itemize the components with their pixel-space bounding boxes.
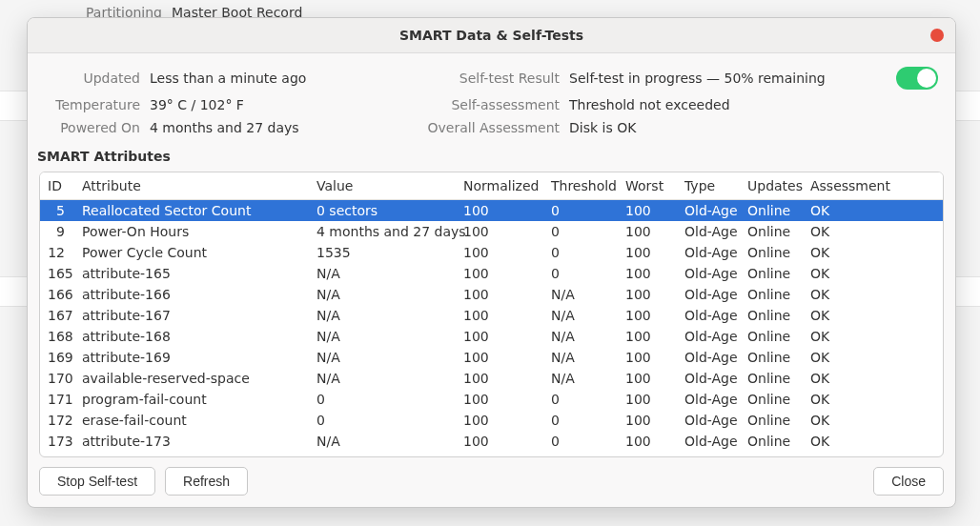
col-value[interactable]: Value — [309, 172, 456, 200]
cell-type: Old-Age — [677, 389, 740, 410]
refresh-button[interactable]: Refresh — [165, 467, 248, 496]
cell-attribute: attribute-173 — [74, 431, 309, 452]
self-assessment-value: Threshold not exceeded — [569, 97, 862, 112]
cell-attribute: attribute-169 — [74, 347, 309, 368]
cell-worst: 100 — [618, 221, 677, 242]
table-row[interactable]: 172erase-fail-count01000100Old-AgeOnline… — [40, 410, 943, 431]
cell-updates: Online — [740, 200, 803, 222]
cell-normalized: 100 — [456, 200, 543, 222]
cell-type: Old-Age — [677, 200, 740, 222]
cell-worst: 100 — [618, 431, 677, 452]
cell-normalized: 100 — [456, 347, 543, 368]
cell-assessment: OK — [803, 368, 943, 389]
cell-value: 0 — [309, 410, 456, 431]
cell-worst: 100 — [618, 410, 677, 431]
cell-type: Old-Age — [677, 305, 740, 326]
col-threshold[interactable]: Threshold — [543, 172, 618, 200]
attributes-table-scroll[interactable]: ID Attribute Value Normalized Threshold … — [40, 172, 943, 456]
table-row[interactable]: 168attribute-168N/A100N/A100Old-AgeOnlin… — [40, 326, 943, 347]
cell-assessment: OK — [803, 347, 943, 368]
table-row[interactable]: 171program-fail-count01000100Old-AgeOnli… — [40, 389, 943, 410]
cell-id: 172 — [40, 410, 74, 431]
cell-worst: 100 — [618, 326, 677, 347]
cell-assessment: OK — [803, 305, 943, 326]
cell-id: 171 — [40, 389, 74, 410]
self-test-result-value: Self-test in progress — 50% remaining — [569, 71, 862, 86]
col-attribute[interactable]: Attribute — [74, 172, 309, 200]
cell-id: 166 — [40, 284, 74, 305]
table-row[interactable]: 166attribute-166N/A100N/A100Old-AgeOnlin… — [40, 284, 943, 305]
col-assessment[interactable]: Assessment — [803, 172, 943, 200]
close-icon[interactable] — [930, 29, 944, 42]
stop-self-test-button[interactable]: Stop Self-test — [39, 467, 155, 496]
self-test-result-label: Self-test Result — [426, 71, 560, 86]
cell-normalized: 100 — [456, 263, 543, 284]
overall-assessment-value: Disk is OK — [569, 120, 862, 135]
cell-threshold: 0 — [543, 242, 618, 263]
cell-threshold: 0 — [543, 431, 618, 452]
updated-value: Less than a minute ago — [150, 71, 417, 86]
cell-id: 165 — [40, 263, 74, 284]
cell-attribute: erase-fail-count — [74, 410, 309, 431]
col-normalized[interactable]: Normalized — [456, 172, 543, 200]
cell-value: N/A — [309, 368, 456, 389]
cell-threshold: 0 — [543, 263, 618, 284]
cell-id: 12 — [40, 242, 74, 263]
cell-threshold: N/A — [543, 305, 618, 326]
col-id[interactable]: ID — [40, 172, 74, 200]
cell-attribute: attribute-167 — [74, 305, 309, 326]
cell-value: N/A — [309, 263, 456, 284]
cell-type: Old-Age — [677, 221, 740, 242]
cell-value: N/A — [309, 326, 456, 347]
col-updates[interactable]: Updates — [740, 172, 803, 200]
cell-value: 0 — [309, 389, 456, 410]
cell-threshold: 0 — [543, 200, 618, 222]
temperature-label: Temperature — [45, 97, 140, 112]
info-grid: Updated Less than a minute ago Self-test… — [28, 53, 955, 143]
cell-updates: Online — [740, 368, 803, 389]
temperature-value: 39° C / 102° F — [150, 97, 417, 112]
cell-worst: 100 — [618, 305, 677, 326]
updated-label: Updated — [45, 71, 140, 86]
table-row[interactable]: 9Power-On Hours4 months and 27 days10001… — [40, 221, 943, 242]
titlebar: SMART Data & Self-Tests — [28, 18, 955, 53]
cell-value: 0 sectors — [309, 200, 456, 222]
cell-assessment: OK — [803, 263, 943, 284]
cell-attribute: Power-On Hours — [74, 221, 309, 242]
cell-id: 5 — [40, 200, 74, 222]
table-row[interactable]: 12Power Cycle Count15351000100Old-AgeOnl… — [40, 242, 943, 263]
smart-toggle[interactable] — [896, 67, 938, 90]
table-row[interactable]: 170available-reserved-spaceN/A100N/A100O… — [40, 368, 943, 389]
table-row[interactable]: 173attribute-173N/A1000100Old-AgeOnlineO… — [40, 431, 943, 452]
col-type[interactable]: Type — [677, 172, 740, 200]
cell-value: N/A — [309, 347, 456, 368]
attributes-header-row: ID Attribute Value Normalized Threshold … — [40, 172, 943, 200]
cell-updates: Online — [740, 305, 803, 326]
powered-on-label: Powered On — [45, 120, 140, 135]
cell-updates: Online — [740, 284, 803, 305]
cell-threshold: N/A — [543, 368, 618, 389]
dialog-title: SMART Data & Self-Tests — [399, 28, 583, 43]
cell-normalized: 100 — [456, 368, 543, 389]
cell-id: 170 — [40, 368, 74, 389]
cell-updates: Online — [740, 263, 803, 284]
cell-threshold: N/A — [543, 284, 618, 305]
cell-assessment: OK — [803, 410, 943, 431]
cell-threshold: 0 — [543, 389, 618, 410]
cell-id: 167 — [40, 305, 74, 326]
cell-normalized: 100 — [456, 326, 543, 347]
cell-attribute: Power Cycle Count — [74, 242, 309, 263]
self-assessment-label: Self-assessment — [426, 97, 560, 112]
table-row[interactable]: 5Reallocated Sector Count0 sectors100010… — [40, 200, 943, 222]
col-worst[interactable]: Worst — [618, 172, 677, 200]
cell-type: Old-Age — [677, 284, 740, 305]
cell-updates: Online — [740, 431, 803, 452]
table-row[interactable]: 169attribute-169N/A100N/A100Old-AgeOnlin… — [40, 347, 943, 368]
table-row[interactable]: 165attribute-165N/A1000100Old-AgeOnlineO… — [40, 263, 943, 284]
cell-value: N/A — [309, 431, 456, 452]
table-row[interactable]: 167attribute-167N/A100N/A100Old-AgeOnlin… — [40, 305, 943, 326]
cell-normalized: 100 — [456, 221, 543, 242]
close-button[interactable]: Close — [873, 467, 944, 496]
cell-normalized: 100 — [456, 410, 543, 431]
cell-id: 168 — [40, 326, 74, 347]
